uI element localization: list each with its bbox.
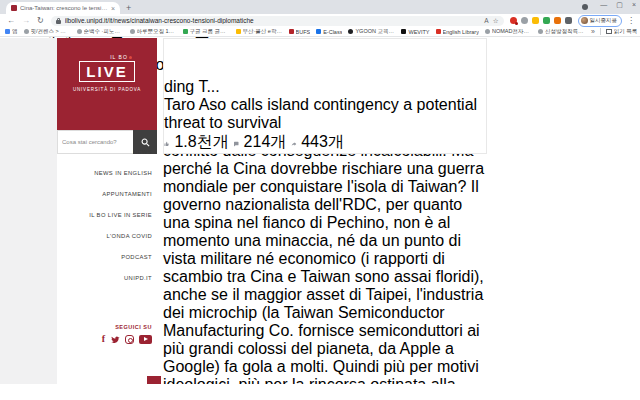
embed-image — [164, 39, 486, 78]
profile-name: 일시중지용 — [590, 17, 618, 24]
extension-icon[interactable] — [554, 17, 561, 24]
extension-icon[interactable] — [565, 17, 572, 24]
share-arrow-icon — [291, 141, 297, 147]
bookmark-favicon — [316, 29, 321, 34]
extension-icon[interactable] — [543, 17, 550, 24]
nav-news-in-english[interactable]: NEWS IN ENGLISH — [94, 170, 152, 176]
bookmark-item[interactable]: NOMAD전자시스템 — [485, 28, 532, 35]
bookmark-item[interactable]: 핏/건렌스 > 전면... — [24, 28, 71, 35]
reading-list-icon — [606, 29, 612, 34]
bookmark-favicon — [436, 29, 441, 34]
translate-icon[interactable]: A — [484, 17, 488, 24]
bookmark-favicon — [130, 29, 135, 34]
sidebar-nav: NEWSNEWS IN ENGLISHAPPUNTAMENTIIL BO LIV… — [89, 149, 152, 281]
nav-podcast[interactable]: PODCAST — [121, 254, 152, 260]
embed-stats: 1.8천개 214개 443개 — [164, 132, 486, 153]
new-tab-button[interactable]: + — [126, 3, 131, 13]
bookmark-item[interactable]: E-Class — [316, 29, 342, 35]
profile-avatar — [581, 17, 588, 24]
bookmark-item[interactable]: 구글 크롬 글꼴 변... — [183, 28, 230, 35]
bookmark-favicon — [538, 29, 543, 34]
bookmark-item[interactable]: 하루뿐오징 100%... — [130, 28, 177, 35]
comment-icon — [233, 141, 239, 147]
browser-tab[interactable]: Cina-Taiwan: crescono le tensio... × — [6, 2, 120, 14]
minimize-button[interactable]: — — [600, 1, 607, 9]
extension-icon[interactable] — [521, 17, 528, 24]
embed-headline[interactable]: ding T... — [164, 78, 486, 96]
maximize-button[interactable]: ▢ — [616, 1, 623, 9]
webpage: IL BO LIVE UNIVERSITÀ DI PADOVA NEWSNEWS… — [0, 38, 640, 384]
address-bar[interactable]: ilbolive.unipd.it/it/news/cinataiwan-cre… — [51, 16, 504, 26]
bookmark-favicon — [401, 29, 406, 34]
nav-appuntamenti[interactable]: APPUNTAMENTI — [102, 191, 152, 197]
facebook-embed-card[interactable]: ding T... Taro Aso calls island continge… — [163, 38, 487, 154]
comment-count[interactable]: 214개 — [233, 133, 291, 150]
profile-chip[interactable]: 일시중지용 — [578, 15, 623, 27]
bookmark-item[interactable]: 순백수 ·피노키 디... — [77, 28, 124, 35]
browser-titlebar: Cina-Taiwan: crescono le tensio... × + —… — [0, 0, 640, 14]
bookmark-item[interactable]: English Library — [436, 29, 479, 35]
nav-unipd-it[interactable]: UNIPD.IT — [124, 275, 152, 281]
page-margin — [0, 38, 57, 384]
instagram-icon[interactable] — [125, 335, 134, 344]
url-text[interactable]: ilbolive.unipd.it/it/news/cinataiwan-cre… — [65, 17, 481, 24]
bookmark-favicon — [183, 29, 188, 34]
site-sidebar: IL BO LIVE UNIVERSITÀ DI PADOVA NEWSNEWS… — [57, 38, 157, 384]
article-content: ding T... Taro Aso calls island continge… — [163, 38, 487, 384]
bookmark-favicon — [485, 29, 490, 34]
back-icon[interactable]: ← — [7, 17, 15, 25]
bookmarks-bar: 앱 핏/건렌스 > 전면... 순백수 ·피노키 디... 하루뿐오징 100%… — [0, 27, 640, 37]
bookmark-item[interactable]: 신성방청착륙컬위... — [538, 28, 585, 35]
share-count[interactable]: 443개 — [291, 133, 344, 150]
bookmark-favicon — [77, 29, 82, 34]
bookmark-favicon — [5, 29, 10, 34]
extension-icon[interactable] — [532, 17, 539, 24]
bookmark-favicon — [289, 29, 294, 34]
bookmark-favicon — [348, 29, 353, 34]
thumbs-up-icon — [164, 141, 170, 147]
bookmarks-overflow-icon[interactable]: » — [591, 28, 595, 35]
lock-icon — [56, 18, 61, 24]
tab-close-icon[interactable]: × — [111, 5, 115, 12]
bookmark-favicon — [24, 29, 29, 34]
adblock-extension-icon[interactable] — [510, 17, 517, 24]
embed-caption: Taro Aso calls island contingency a pote… — [164, 96, 486, 132]
bookmark-item[interactable]: BUFS — [289, 29, 311, 35]
bookmark-apps[interactable]: 앱 — [5, 28, 18, 35]
nav-il-bo-live-in-serie[interactable]: IL BO LIVE IN SERIE — [89, 212, 152, 218]
bookmark-item[interactable]: YGOON 교육캘린... — [348, 28, 395, 35]
logo-il-bo: IL BO — [71, 54, 171, 60]
facebook-icon[interactable]: f — [102, 334, 105, 344]
logo-live: LIVE — [79, 61, 134, 82]
search-icon — [141, 138, 150, 147]
reload-icon[interactable]: ↻ — [37, 17, 44, 25]
twitter-icon[interactable] — [110, 335, 120, 344]
browser-toolbar: ← → ↻ ilbolive.unipd.it/it/news/cinataiw… — [0, 14, 640, 27]
bookmark-star-icon[interactable]: ☆ — [493, 17, 499, 25]
tab-favicon — [11, 5, 17, 11]
like-count[interactable]: 1.8천개 — [164, 133, 233, 150]
browser-menu-icon[interactable]: ⋮ — [627, 16, 635, 25]
follow-label: SEGUICI SU — [115, 324, 152, 330]
logo-universita: UNIVERSITÀ DI PADOVA — [57, 87, 157, 92]
divider — [600, 28, 601, 35]
forward-icon[interactable]: → — [22, 17, 30, 25]
nav-news[interactable]: NEWS — [133, 149, 152, 155]
tab-title: Cina-Taiwan: crescono le tensio... — [20, 5, 108, 11]
bookmark-item[interactable]: 부산·울산 e학습터 — [236, 28, 283, 35]
scroll-top-button[interactable] — [147, 376, 161, 384]
youtube-icon[interactable] — [139, 335, 152, 344]
nav-onda-covid[interactable]: L'ONDA COVID — [106, 233, 152, 239]
il-bo-live-logo[interactable]: IL BO LIVE UNIVERSITÀ DI PADOVA — [57, 38, 157, 130]
bookmark-favicon — [236, 29, 241, 34]
bookmark-item[interactable]: WEVITY — [401, 29, 429, 35]
reading-list-button[interactable]: 읽기 목록 — [606, 28, 638, 35]
close-button[interactable]: × — [632, 1, 636, 9]
extension-icons — [510, 17, 572, 24]
titlebar-profile-icon[interactable] — [582, 4, 588, 10]
desktop: Cina-Taiwan: crescono le tensio... × + —… — [0, 0, 640, 400]
